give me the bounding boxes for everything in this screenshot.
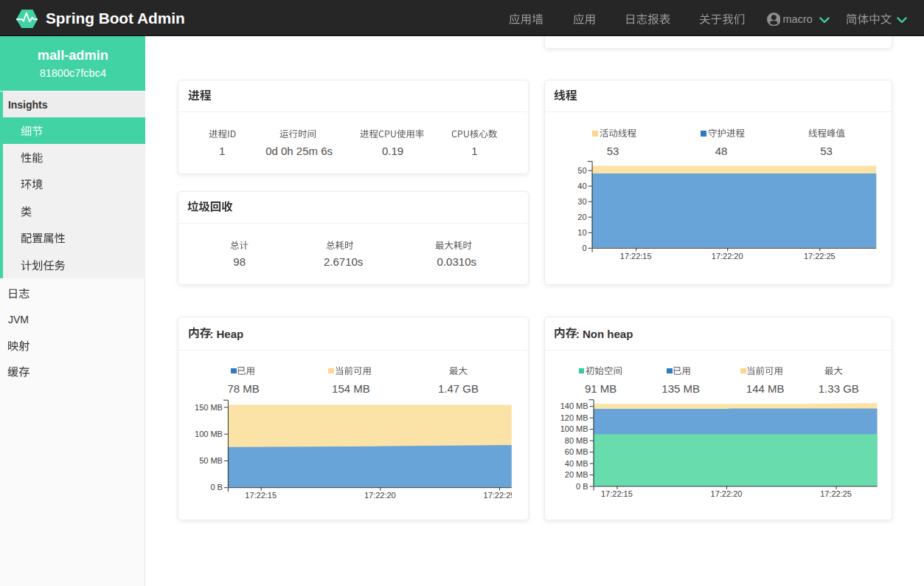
svg-text:150 MB: 150 MB	[195, 403, 223, 412]
svg-text:60 MB: 60 MB	[565, 447, 588, 456]
svg-text:0 B: 0 B	[210, 483, 223, 492]
svg-text:30: 30	[577, 197, 586, 206]
svg-text:40 MB: 40 MB	[565, 459, 588, 468]
svg-text:17:22:25: 17:22:25	[804, 252, 836, 261]
svg-text:50 MB: 50 MB	[199, 456, 223, 465]
svg-text:17:22:20: 17:22:20	[712, 252, 743, 261]
svg-text:80 MB: 80 MB	[565, 436, 588, 445]
svg-text:120 MB: 120 MB	[560, 413, 588, 422]
svg-text:17:22:25: 17:22:25	[484, 491, 512, 500]
svg-text:17:22:20: 17:22:20	[711, 489, 743, 498]
svg-text:10: 10	[577, 228, 586, 237]
svg-text:0 B: 0 B	[576, 482, 588, 491]
svg-text:100 MB: 100 MB	[560, 424, 588, 433]
svg-text:0: 0	[582, 244, 586, 252]
svg-text:40: 40	[577, 182, 586, 190]
svg-text:140 MB: 140 MB	[560, 401, 588, 410]
svg-text:17:22:25: 17:22:25	[820, 489, 852, 498]
svg-text:50: 50	[577, 166, 586, 175]
svg-text:20 MB: 20 MB	[565, 470, 588, 479]
svg-text:17:22:15: 17:22:15	[245, 491, 277, 500]
svg-text:100 MB: 100 MB	[195, 430, 223, 438]
svg-text:17:22:15: 17:22:15	[601, 489, 633, 498]
svg-text:17:22:20: 17:22:20	[364, 491, 396, 500]
svg-text:17:22:15: 17:22:15	[620, 252, 652, 261]
svg-text:20: 20	[577, 213, 586, 221]
